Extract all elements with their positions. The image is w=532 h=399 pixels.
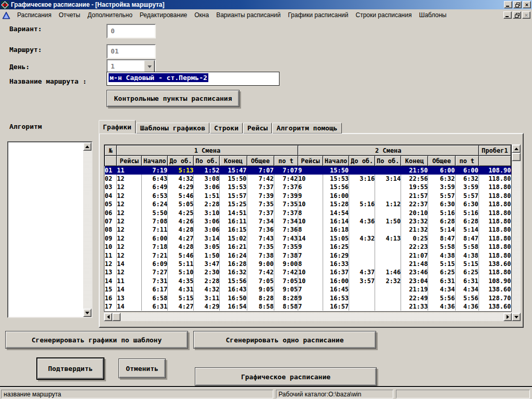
cell: 4:26 <box>168 217 194 225</box>
table-hscroll-thumb[interactable] <box>112 313 121 321</box>
cell: 3:59 <box>455 183 478 191</box>
cell: 2:32 <box>375 277 401 285</box>
generate-one-schedule-button[interactable]: Сгенерировать одно расписание <box>193 331 376 349</box>
arrow-down-icon <box>85 312 89 316</box>
table-row[interactable]: 10127:184:283:0516:217:357:35916:2522:23… <box>105 243 511 251</box>
table-row[interactable]: 05126:245:052:2815:257:357:351015:285:16… <box>105 200 511 208</box>
menu-item-5[interactable]: Окна <box>191 10 212 20</box>
table-row[interactable]: 07127:084:263:0616:117:347:341016:144:36… <box>105 217 511 225</box>
minimize-button[interactable] <box>504 1 512 8</box>
algorithm-listbox[interactable] <box>7 141 92 318</box>
cell <box>349 285 375 294</box>
shift1-group-header: 1 Смена <box>117 145 298 156</box>
tab-1[interactable]: Графики <box>99 120 136 134</box>
cell: 5:16 <box>428 208 455 217</box>
cell: 15:53 <box>220 183 247 191</box>
cell: 8 <box>298 208 323 217</box>
cell: 21:50 <box>401 166 428 175</box>
generate-by-template-button[interactable]: Сгенерировать графики по шаблону <box>5 331 188 349</box>
menu-item-8[interactable]: Строки расписания <box>352 10 416 20</box>
cell: 5:15 <box>455 260 478 268</box>
table-row[interactable]: 08127:114:283:0616:157:367:36816:1821:32… <box>105 225 511 234</box>
menu-item-9[interactable]: Шаблоны <box>415 10 450 20</box>
cell: 22:23 <box>401 243 428 251</box>
table-row[interactable]: 11127:215:461:5016:247:387:38716:2921:07… <box>105 251 511 259</box>
app-icon <box>1 1 9 9</box>
scroll-down-button[interactable] <box>83 309 91 317</box>
cell: 4:29 <box>168 183 194 191</box>
cell: 14 <box>117 285 142 294</box>
menu-item-3[interactable]: Дополнительно <box>84 10 136 20</box>
table-row[interactable]: 02126:434:323:0815:507:427:421015:533:16… <box>105 175 511 183</box>
confirm-button[interactable]: Подтвердить <box>36 357 104 380</box>
table-row[interactable]: 16136:585:153:1116:508:288:28916:5322:49… <box>105 294 511 302</box>
table-vscroll-track[interactable] <box>512 161 521 313</box>
cell: 02 <box>105 175 117 183</box>
schedule-table-head: №1 Смена2 СменаПробег1РейсыНачалоДо об.П… <box>105 145 511 166</box>
menu-item-2[interactable]: Отчеты <box>55 10 84 20</box>
cell: 10 <box>298 277 323 285</box>
control-points-button[interactable]: Контрольные пункты расписания <box>107 90 240 107</box>
mdi-restore-button[interactable] <box>513 11 521 19</box>
cell: 6:24 <box>142 200 168 208</box>
menu-item-6[interactable]: Варианты расписаний <box>212 10 284 20</box>
arrow-up-icon <box>85 143 89 148</box>
route-input[interactable]: 01 <box>107 44 156 59</box>
table-hscroll-track[interactable] <box>121 313 503 321</box>
cell: 22:37 <box>401 200 428 208</box>
cell: 4:31 <box>168 285 194 294</box>
tab-2[interactable]: Шаблоны графиков <box>136 123 209 134</box>
scrollbar-track[interactable] <box>83 151 91 309</box>
table-row[interactable]: 04126:535:461:5115:577:397:39916:0021:57… <box>105 192 511 200</box>
cell: 6:32 <box>428 175 455 183</box>
menu-item-4[interactable]: Редактирование <box>136 10 191 20</box>
cell: 12 <box>117 268 142 276</box>
menu-item-7[interactable]: Графики расписаний <box>284 10 352 20</box>
menu-item-1[interactable]: Расписания <box>14 10 55 20</box>
cell: 9:00 <box>274 260 298 268</box>
mdi-child-icon[interactable] <box>2 11 10 19</box>
mdi-close-button[interactable]: × <box>522 11 530 19</box>
restore-button[interactable] <box>513 1 522 8</box>
cell: 7:21 <box>142 251 168 259</box>
table-scroll-down-button[interactable] <box>512 313 521 321</box>
table-row[interactable]: 12146:095:113:4716:289:009:00816:3321:48… <box>105 260 511 268</box>
column-header: До об. <box>168 156 194 166</box>
graphic-schedule-button[interactable]: Графическое расписание <box>195 367 377 386</box>
table-row[interactable]: 09126:004:273:1415:027:437:431415:054:32… <box>105 234 511 243</box>
route-name-input[interactable]: м-н Садовый - ст.Пермь-2 <box>107 72 280 86</box>
close-button[interactable]: × <box>523 1 531 8</box>
cell: 138.60 <box>478 260 511 268</box>
cell: 118.80 <box>478 183 511 191</box>
table-row[interactable]: 03126:494:293:0615:537:377:37615:5619:55… <box>105 183 511 191</box>
cell: 15:47 <box>220 166 247 175</box>
cell: 118.80 <box>478 225 511 234</box>
cell: 21:48 <box>401 260 428 268</box>
column-header: Начало <box>142 156 168 166</box>
tab-3[interactable]: Строки <box>210 123 243 134</box>
scroll-up-button[interactable] <box>83 142 91 151</box>
cell: 11 <box>105 251 117 259</box>
table-row[interactable]: 13127:275:102:3016:327:427:421016:374:37… <box>105 268 511 276</box>
cell <box>349 192 375 200</box>
day-combobox-dropdown-button[interactable] <box>144 60 155 73</box>
cancel-button[interactable]: Отменить <box>118 358 166 378</box>
table-row[interactable]: 14117:314:352:2815:567:057:051016:003:57… <box>105 277 511 285</box>
table-row[interactable]: 06125:504:253:1014:517:377:37814:5420:10… <box>105 208 511 217</box>
mdi-minimize-button[interactable] <box>503 11 512 19</box>
cell: 20:10 <box>401 208 428 217</box>
table-scroll-up-button[interactable] <box>512 144 521 153</box>
variant-input[interactable]: 0 <box>107 24 156 38</box>
tab-4[interactable]: Рейсы <box>243 123 272 134</box>
table-vscroll-thumb[interactable] <box>512 153 521 161</box>
cell: 9 <box>298 192 323 200</box>
table-row[interactable]: 17146:314:274:2916:548:588:58716:5721:33… <box>105 302 511 311</box>
cell: 3:08 <box>194 175 220 183</box>
table-row[interactable]: 15146:174:314:3216:439:059:05716:4521:19… <box>105 285 511 294</box>
tab-5[interactable]: Алгоритм помощь <box>272 123 341 134</box>
table-scroll-right-button[interactable] <box>503 313 512 321</box>
cell: 23:32 <box>401 217 428 225</box>
table-row[interactable]: 01117:195:131:5215:477:077:07915:5021:50… <box>105 166 511 175</box>
table-scroll-left-button[interactable] <box>104 313 112 321</box>
cell: 3:47 <box>194 260 220 268</box>
